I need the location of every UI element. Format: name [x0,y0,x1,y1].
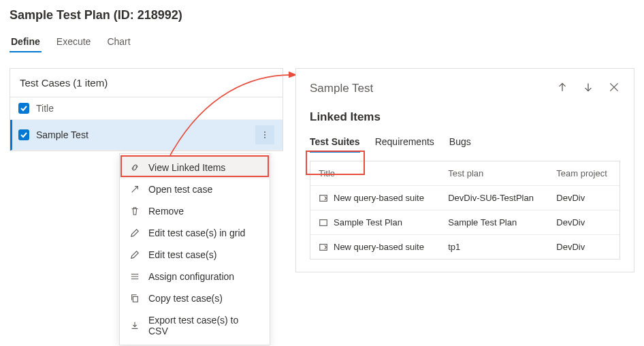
menu-label: View Linked Items [148,162,225,173]
tab-define[interactable]: Define [10,32,42,52]
menu-assign-config[interactable]: Assign configuration [120,266,270,287]
pencil-icon [129,249,140,260]
row-title: Sample Test [36,129,248,140]
cell-project: DevDiv [548,186,619,210]
test-cases-panel: Test Cases (1 item) Title Sample Test [10,68,283,151]
menu-label: Copy test case(s) [148,293,223,304]
menu-view-linked-items[interactable]: View Linked Items [120,157,270,178]
checkbox-row[interactable] [18,129,29,140]
menu-remove[interactable]: Remove [120,200,270,222]
close-icon[interactable] [608,81,620,95]
linked-items-table: Title Test plan Team project New query-b… [310,161,620,260]
col-test-plan: Test plan [440,161,548,186]
table-row[interactable]: Sample Test Plan Sample Test Plan DevDiv [310,210,619,235]
menu-label: Export test case(s) to CSV [148,315,260,336]
col-team-project: Team project [548,161,619,186]
query-suite-icon [319,193,328,203]
main-tabs: Define Execute Chart [0,27,644,52]
panel-title: Sample Test [310,82,556,95]
link-icon [129,162,140,173]
panel-tabs: Test Suites Requirements Bugs [310,133,620,153]
cell-project: DevDiv [548,235,619,260]
column-title: Title [36,103,274,114]
svg-rect-2 [320,219,327,225]
tab-chart[interactable]: Chart [106,32,131,52]
arrow-up-icon[interactable] [556,81,568,95]
more-vertical-icon [264,131,265,138]
download-icon [129,320,140,331]
menu-edit-test-cases[interactable]: Edit test case(s) [120,244,270,266]
menu-open-test-case[interactable]: Open test case [120,178,270,200]
tab-test-suites[interactable]: Test Suites [310,133,360,153]
cell-title: New query-based suite [334,193,424,203]
cell-title: New query-based suite [334,242,424,252]
tab-bugs[interactable]: Bugs [449,133,471,153]
cell-plan: tp1 [440,235,548,260]
menu-label: Remove [148,206,184,217]
linked-items-panel: Sample Test Linked Items Test Suites Req… [295,68,634,272]
trash-icon [129,206,140,217]
tab-execute[interactable]: Execute [55,32,93,52]
query-suite-icon [319,242,328,252]
config-icon [129,271,140,282]
arrow-down-icon[interactable] [582,81,594,95]
context-menu: View Linked Items Open test case Remove … [119,153,270,345]
test-cases-heading: Test Cases (1 item) [10,69,283,97]
page-title: Sample Test Plan (ID: 218992) [0,0,644,27]
table-row[interactable]: New query-based suite DevDiv-SU6-TestPla… [310,186,619,210]
menu-label: Open test case [148,184,212,195]
cell-plan: Sample Test Plan [440,210,548,235]
cell-title: Sample Test Plan [334,217,402,227]
panel-subtitle: Linked Items [310,110,620,124]
menu-label: Edit test case(s) [148,249,216,260]
col-title: Title [310,161,440,186]
checkbox-all[interactable] [18,103,29,114]
table-header-row: Title [10,97,283,120]
static-suite-icon [319,218,328,227]
cell-project: DevDiv [548,210,619,235]
open-icon [129,184,140,195]
cell-plan: DevDiv-SU6-TestPlan [440,186,548,210]
menu-edit-grid[interactable]: Edit test case(s) in grid [120,222,270,244]
table-row[interactable]: New query-based suite tp1 DevDiv [310,235,619,260]
panel-header: Sample Test [310,81,620,95]
pencil-icon [129,227,140,238]
table-row[interactable]: Sample Test [10,120,283,151]
more-actions-button[interactable] [255,125,274,144]
copy-icon [129,293,140,304]
menu-export-csv[interactable]: Export test case(s) to CSV [120,309,270,342]
menu-label: Edit test case(s) in grid [148,227,245,238]
svg-rect-0 [133,296,138,302]
menu-label: Assign configuration [148,271,234,282]
tab-requirements[interactable]: Requirements [375,133,434,153]
menu-copy[interactable]: Copy test case(s) [120,287,270,309]
